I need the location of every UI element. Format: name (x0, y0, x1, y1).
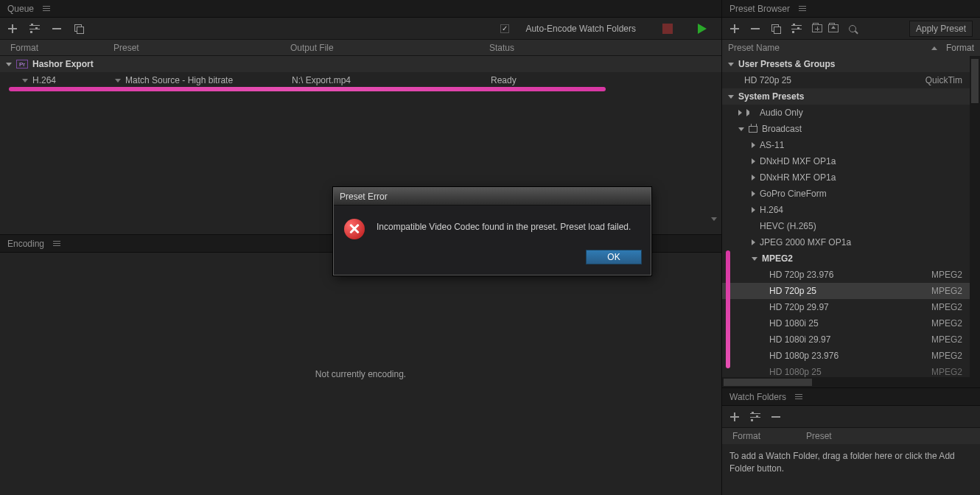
subcategory[interactable]: DNxHD MXF OP1a (722, 153, 970, 169)
wf-col-preset[interactable]: Preset (806, 431, 832, 441)
disclosure-down-icon[interactable] (728, 95, 734, 99)
panel-menu-icon[interactable] (799, 6, 806, 11)
preset-browser-tab[interactable]: Preset Browser (729, 4, 790, 14)
preset-item[interactable]: HD 720p 23.976MPEG2 (722, 267, 970, 283)
annotation-highlight (726, 250, 730, 368)
new-preset-button[interactable] (729, 24, 740, 34)
horizontal-scrollbar[interactable] (722, 377, 980, 387)
user-presets-group[interactable]: User Presets & Groups (722, 56, 970, 72)
queue-item-output[interactable]: N:\ Export.mp4 (292, 75, 351, 85)
queue-tab[interactable]: Queue (7, 4, 34, 14)
delete-preset-button[interactable] (750, 24, 760, 34)
stop-queue-button[interactable] (662, 24, 673, 34)
dialog-title: Preset Error (340, 192, 388, 202)
start-queue-button[interactable] (698, 24, 707, 34)
queue-item-row[interactable]: H.264 Match Source - High bitrate N:\ Ex… (0, 72, 721, 88)
disclosure-right-icon[interactable] (738, 110, 742, 116)
auto-encode-checkbox[interactable] (500, 24, 509, 33)
scroll-down-icon[interactable] (711, 221, 717, 231)
search-icon[interactable] (849, 25, 856, 32)
scrollbar-thumb[interactable] (724, 379, 812, 386)
format-dropdown-icon[interactable] (22, 79, 28, 82)
watch-folder-settings-button[interactable] (750, 412, 760, 422)
sort-ascending-icon[interactable] (931, 46, 937, 50)
speaker-icon (746, 109, 755, 116)
watch-folders-toolbar (722, 406, 980, 428)
disclosure-right-icon[interactable] (752, 175, 755, 180)
auto-encode-label: Auto-Encode Watch Folders (525, 24, 636, 34)
disclosure-right-icon[interactable] (752, 158, 755, 164)
panel-menu-icon[interactable] (53, 241, 60, 246)
annotation-highlight (9, 87, 606, 91)
subcategory[interactable]: GoPro CineForm (722, 186, 970, 202)
preset-error-dialog: Preset Error Incompatible Video Codec fo… (333, 187, 651, 275)
scrollbar-thumb[interactable] (971, 59, 979, 103)
system-presets-group[interactable]: System Presets (722, 88, 970, 105)
queue-item-format: H.264 (32, 75, 56, 85)
queue-toolbar: Auto-Encode Watch Folders (0, 18, 721, 40)
disclosure-down-icon[interactable] (728, 63, 734, 66)
category-audio-only[interactable]: Audio Only (722, 105, 970, 121)
watch-folders-header: Format Preset (722, 428, 980, 444)
subcategory[interactable]: DNxHR MXF OP1a (722, 169, 970, 186)
queue-col-output[interactable]: Output File (290, 43, 489, 53)
wf-col-format[interactable]: Format (732, 431, 806, 441)
preset-item[interactable]: HD 720p 25 QuickTim (722, 72, 970, 88)
queue-item-status: Ready (491, 75, 517, 85)
preset-item[interactable]: HD 1080p 25MPEG2 (722, 364, 970, 377)
queue-col-format[interactable]: Format (10, 43, 113, 53)
export-preset-button[interactable] (828, 24, 839, 32)
queue-item-preset: Match Source - High bitrate (125, 75, 233, 85)
preset-item[interactable]: HD 1080p 23.976MPEG2 (722, 348, 970, 364)
disclosure-right-icon[interactable] (752, 191, 755, 197)
queue-group-name: Hashor Export (32, 59, 94, 69)
panel-menu-icon[interactable] (795, 394, 802, 399)
preset-col-format[interactable]: Format (946, 43, 974, 53)
preset-item[interactable]: HD 720p 29.97MPEG2 (722, 299, 970, 315)
queue-settings-button[interactable] (29, 24, 40, 34)
disclosure-down-icon[interactable] (6, 63, 12, 66)
new-group-button[interactable] (771, 24, 781, 34)
remove-button[interactable] (52, 24, 62, 34)
disclosure-down-icon[interactable] (738, 127, 744, 131)
subcategory[interactable]: AS-11 (722, 137, 970, 153)
disclosure-right-icon[interactable] (752, 207, 755, 213)
preset-settings-button[interactable] (791, 24, 802, 34)
preset-tree[interactable]: User Presets & Groups HD 720p 25 QuickTi… (722, 56, 980, 377)
disclosure-down-icon[interactable] (752, 257, 757, 261)
preset-item-selected[interactable]: HD 720p 25MPEG2 (722, 283, 970, 299)
encoding-body: Not currently encoding. (0, 253, 721, 495)
queue-group-row[interactable]: Pr Hashor Export (0, 56, 721, 72)
watch-folders-hint: To add a Watch Folder, drag a folder her… (729, 451, 955, 474)
ok-button[interactable]: OK (586, 250, 642, 264)
preset-item[interactable]: HD 1080i 29.97MPEG2 (722, 331, 970, 348)
subcategory[interactable]: HEVC (H.265) (722, 218, 970, 234)
watch-folders-body[interactable]: To add a Watch Folder, drag a folder her… (722, 444, 980, 495)
duplicate-button[interactable] (74, 24, 84, 34)
dialog-message: Incompatible Video Codec found in the pr… (377, 219, 631, 232)
premiere-badge-icon: Pr (16, 60, 28, 69)
import-preset-button[interactable] (812, 24, 822, 32)
watch-folders-tab[interactable]: Watch Folders (729, 392, 786, 402)
add-source-button[interactable] (7, 24, 18, 34)
queue-col-preset[interactable]: Preset (113, 43, 290, 53)
apply-preset-button[interactable]: Apply Preset (909, 21, 973, 37)
encoding-status-text: Not currently encoding. (315, 369, 406, 379)
preset-col-name[interactable]: Preset Name (728, 43, 931, 53)
add-watch-folder-button[interactable] (729, 412, 740, 422)
preset-item[interactable]: HD 1080i 25MPEG2 (722, 315, 970, 331)
category-broadcast[interactable]: Broadcast (722, 121, 970, 137)
subcategory[interactable]: JPEG 2000 MXF OP1a (722, 234, 970, 250)
subcategory[interactable]: H.264 (722, 202, 970, 218)
dialog-titlebar[interactable]: Preset Error (334, 188, 651, 206)
disclosure-right-icon[interactable] (752, 142, 755, 148)
queue-tabbar: Queue (0, 0, 721, 18)
remove-watch-folder-button[interactable] (771, 412, 781, 422)
queue-col-status[interactable]: Status (489, 43, 578, 53)
encoding-tab[interactable]: Encoding (7, 239, 44, 249)
preset-dropdown-icon[interactable] (115, 79, 121, 82)
panel-menu-icon[interactable] (43, 6, 50, 11)
subcategory-mpeg2[interactable]: MPEG2 (722, 250, 970, 267)
disclosure-right-icon[interactable] (752, 239, 755, 245)
vertical-scrollbar[interactable] (970, 56, 980, 377)
